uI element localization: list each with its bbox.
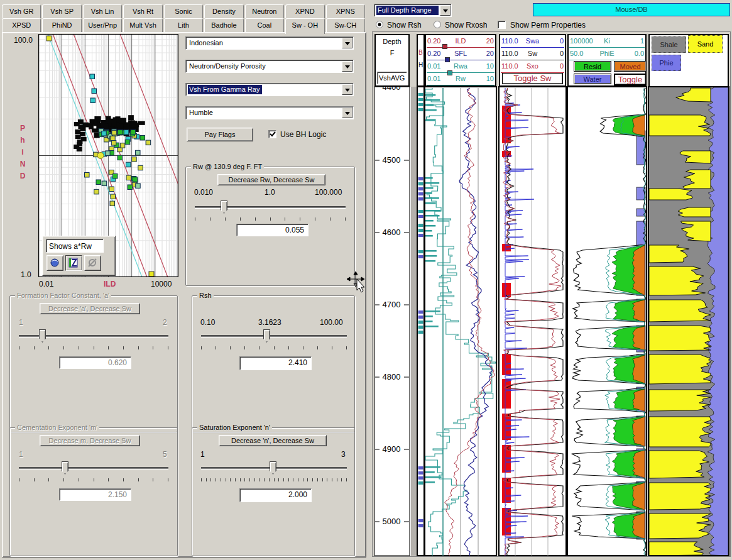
sand-legend[interactable]: Sand bbox=[688, 35, 723, 53]
tab-neutron[interactable]: Neutron bbox=[245, 4, 284, 18]
crossplot-y-min: 1.0 bbox=[21, 270, 31, 279]
checkbox-icon[interactable] bbox=[498, 21, 506, 29]
dropdown-arrow-icon[interactable] bbox=[342, 61, 352, 72]
use-bh-logic-checkbox[interactable]: Use BH Logic bbox=[268, 129, 356, 140]
porosity-dropdown[interactable]: Neutron/Density Porosity bbox=[185, 60, 354, 73]
curve-header-ki[interactable]: 100000Ki1 bbox=[569, 35, 645, 48]
rsh-slider-thumb[interactable] bbox=[263, 329, 270, 343]
decrease-rw-button[interactable]: Decrease Rw, Decrease Sw bbox=[217, 174, 325, 185]
tab-lith[interactable]: Lith bbox=[164, 18, 203, 32]
shale-legend[interactable]: Shale bbox=[652, 36, 686, 53]
pay-flags-button[interactable]: Pay Flags bbox=[187, 128, 253, 141]
curve-header-rw[interactable]: 0.01Rw10 bbox=[426, 73, 495, 85]
rsh-slider-track[interactable] bbox=[201, 335, 347, 338]
a-slider-ticks bbox=[19, 346, 168, 350]
curve-header-phie[interactable]: 50.0PhiE0.0 bbox=[569, 48, 645, 60]
tab-user-pnp[interactable]: User/Pnp bbox=[83, 18, 122, 32]
ff-dropdown[interactable]: Humble bbox=[185, 106, 354, 119]
decrease-n-button[interactable]: Decrease 'n', Decrease Sw bbox=[219, 435, 327, 446]
curve-header-swa[interactable]: 110.0Swa0 bbox=[500, 35, 565, 48]
tab-xpsd[interactable]: XPSD bbox=[2, 18, 41, 32]
depth-range-dropdown[interactable]: Full Depth Range bbox=[374, 4, 452, 17]
tab-strip-row2: XPSDPhiNDUser/PnpMult VshLithBadholeCoal… bbox=[2, 18, 366, 33]
water-button[interactable]: Water bbox=[574, 74, 611, 84]
rw-slider-track[interactable] bbox=[195, 206, 346, 209]
decrease-a-button[interactable]: Decrease 'a', Decrease Sw bbox=[40, 303, 140, 314]
resid-button[interactable]: Resid bbox=[574, 61, 611, 72]
n-group-title: Saturation Exponent 'n' bbox=[197, 424, 272, 431]
tab-coal[interactable]: Coal bbox=[245, 18, 284, 32]
curve-marker-icon bbox=[447, 70, 452, 75]
rsh-group-title: Rsh bbox=[197, 292, 214, 299]
vshavg-box[interactable]: VshAVG bbox=[377, 72, 407, 84]
n-min-label: 1 bbox=[200, 450, 205, 459]
toggle-button[interactable]: Toggle bbox=[614, 74, 647, 85]
curve-header-ild[interactable]: 0.20ILD20 bbox=[426, 35, 495, 48]
n-slider-thumb[interactable] bbox=[270, 461, 276, 475]
svg-text:4700: 4700 bbox=[383, 300, 401, 309]
track2-header[interactable]: Toggle Sw 110.0Swa0110.0Sw0110.0Sxo0 bbox=[499, 34, 566, 87]
curve-marker-icon bbox=[445, 57, 450, 62]
tab-sonic[interactable]: Sonic bbox=[164, 4, 203, 18]
m-slider-ticks bbox=[19, 478, 168, 482]
crossplot-x-label: ILD bbox=[104, 280, 116, 288]
dropdown-arrow-icon[interactable] bbox=[342, 38, 352, 48]
tab-sw-oh[interactable]: Sw - OH bbox=[285, 18, 324, 34]
a-max-label: 2 bbox=[163, 318, 167, 327]
mouse-cursor bbox=[347, 272, 369, 294]
tab-vsh-rt[interactable]: Vsh Rt bbox=[123, 4, 162, 18]
svg-text:4400: 4400 bbox=[383, 85, 401, 92]
toggle-sw-button[interactable]: Toggle Sw bbox=[502, 73, 563, 84]
track1-header[interactable]: 0.20ILD200.20SFL200.01Rwa100.01Rw10 bbox=[425, 34, 496, 87]
chart-tool-button-2[interactable] bbox=[65, 255, 82, 271]
tab-xpnd[interactable]: XPND bbox=[285, 4, 324, 18]
curve-header-sw[interactable]: 110.0Sw0 bbox=[500, 48, 565, 60]
tab-density[interactable]: Density bbox=[204, 4, 243, 18]
moved-button[interactable]: Moved bbox=[614, 61, 647, 72]
tab-sw-ch[interactable]: Sw-CH bbox=[326, 18, 365, 32]
radio-selected-icon bbox=[376, 21, 384, 29]
tab-mult-vsh[interactable]: Mult Vsh bbox=[123, 18, 162, 32]
rw-slider-ticks bbox=[195, 217, 346, 221]
n-value-field[interactable]: 2.000 bbox=[239, 488, 312, 502]
tab-vsh-gr[interactable]: Vsh GR bbox=[2, 4, 41, 18]
m-max-label: 5 bbox=[163, 450, 167, 459]
crossplot-y-label: PhiND bbox=[19, 123, 26, 182]
tab-phind[interactable]: PhiND bbox=[42, 18, 81, 32]
dropdown-arrow-icon[interactable] bbox=[440, 5, 451, 16]
tab-vsh-lin[interactable]: Vsh Lin bbox=[83, 4, 122, 18]
dropdown-arrow-icon[interactable] bbox=[342, 107, 352, 118]
phie-legend[interactable]: Phie bbox=[652, 55, 681, 71]
curve-marker-icon bbox=[442, 44, 447, 49]
curve-header-sxo[interactable]: 110.0Sxo0 bbox=[500, 60, 565, 73]
a-group-title: Formation Factor Constant, 'a' bbox=[15, 292, 111, 299]
track3-header[interactable]: Resid Moved Water Toggle 100000Ki150.0Ph… bbox=[567, 34, 647, 87]
n-max-label: 3 bbox=[341, 450, 346, 459]
a-min-label: 1 bbox=[19, 318, 23, 327]
m-min-label: 1 bbox=[19, 450, 23, 459]
sw-model-dropdown[interactable]: Indonesian bbox=[185, 36, 354, 50]
m-slider-thumb[interactable] bbox=[62, 461, 68, 475]
tab-vsh-sp[interactable]: Vsh SP bbox=[42, 4, 81, 18]
chart-tool-button-3[interactable] bbox=[84, 255, 101, 271]
rw-value-field[interactable]: 0.055 bbox=[236, 224, 309, 236]
radio-unselected-icon bbox=[434, 21, 442, 29]
mouse-db-bar[interactable]: Mouse/DB bbox=[533, 3, 730, 16]
svg-text:4500: 4500 bbox=[383, 155, 401, 165]
curve-header-sfl[interactable]: 0.20SFL20 bbox=[426, 48, 495, 60]
crossplot-x-min: 0.01 bbox=[39, 280, 53, 288]
dropdown-arrow-icon[interactable] bbox=[342, 84, 352, 95]
chart-tool-button-1[interactable] bbox=[46, 255, 63, 271]
rw-slider-thumb[interactable] bbox=[221, 200, 227, 214]
curve-header-rwa[interactable]: 0.01Rwa10 bbox=[426, 60, 495, 73]
tab-strip-row1: Vsh GRVsh SPVsh LinVsh RtSonicDensityNeu… bbox=[2, 4, 366, 18]
tab-badhole[interactable]: Badhole bbox=[204, 18, 243, 32]
vsh-dropdown[interactable]: Vsh From Gamma Ray bbox=[185, 83, 354, 96]
a-slider-thumb[interactable] bbox=[39, 329, 46, 343]
decrease-m-button[interactable]: Decrease m, Decrease Sw bbox=[40, 435, 140, 446]
tab-xpns[interactable]: XPNS bbox=[326, 4, 365, 18]
m-slider-track[interactable] bbox=[19, 467, 168, 469]
log-body[interactable]: 4400450046004700480049005000 bbox=[372, 85, 731, 557]
zplot-icon bbox=[68, 258, 79, 268]
rsh-value-field[interactable]: 2.410 bbox=[239, 356, 312, 370]
